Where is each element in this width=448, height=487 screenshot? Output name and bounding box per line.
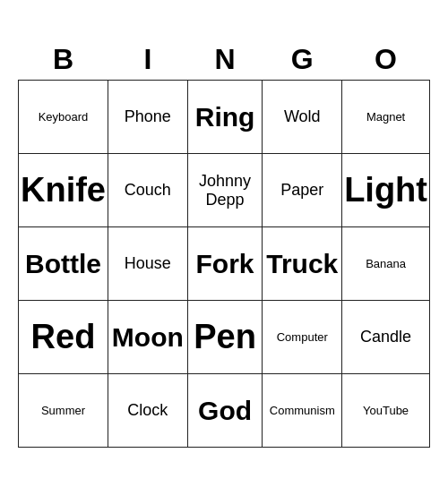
bingo-cell: Red [19,301,108,374]
bingo-cell: God [187,374,263,448]
table-row: KeyboardPhoneRingWoldMagnet [19,81,430,154]
bingo-cell: Paper [263,154,342,227]
bingo-cell: Banana [342,227,430,301]
bingo-card: BINGO KeyboardPhoneRingWoldMagnetKnifeCo… [18,39,430,449]
bingo-cell: Wold [263,81,342,154]
bingo-cell: Light [342,154,430,227]
bingo-cell: JohnnyDepp [187,154,263,227]
bingo-cell: Computer [263,301,342,374]
bingo-cell: Communism [263,374,342,448]
table-row: BottleHouseForkTruckBanana [19,227,430,301]
bingo-cell: Pen [187,301,263,374]
bingo-cell: Truck [263,227,342,301]
bingo-cell: Magnet [342,81,430,154]
bingo-header-letter: N [187,39,263,81]
bingo-cell: Phone [108,81,188,154]
table-row: RedMoonPenComputerCandle [19,301,430,374]
bingo-cell: Clock [108,374,188,448]
bingo-cell: Fork [187,227,263,301]
bingo-cell: Couch [108,154,188,227]
bingo-cell: Moon [108,301,188,374]
bingo-cell: YouTube [342,374,430,448]
bingo-header-letter: O [342,39,430,81]
bingo-header-letter: G [263,39,342,81]
table-row: SummerClockGodCommunismYouTube [19,374,430,448]
table-row: KnifeCouchJohnnyDeppPaperLight [19,154,430,227]
bingo-header-letter: I [108,39,188,81]
bingo-cell: Summer [19,374,108,448]
bingo-cell: House [108,227,188,301]
bingo-cell: Ring [187,81,263,154]
bingo-cell: Candle [342,301,430,374]
bingo-cell: Keyboard [19,81,108,154]
bingo-cell: Bottle [19,227,108,301]
bingo-header-letter: B [19,39,108,81]
bingo-cell: Knife [19,154,108,227]
